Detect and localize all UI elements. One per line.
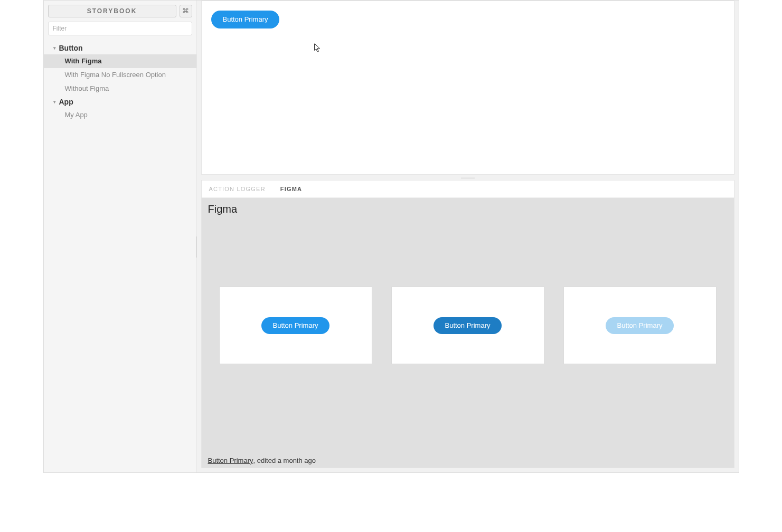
tab-figma[interactable]: FIGMA (273, 180, 309, 197)
variant-button-disabled: Button Primary (606, 317, 674, 334)
tree-item-with-figma-no-fullscreen[interactable]: With Figma No Fullscreen Option (44, 68, 196, 82)
chevron-down-icon: ▾ (53, 99, 56, 104)
tree-group-label: Button (59, 44, 83, 52)
tree-group-label: App (59, 98, 73, 106)
filter-input[interactable] (48, 22, 192, 35)
addon-panel: ACTION LOGGER FIGMA Figma Button Primary… (201, 180, 734, 468)
sidebar: STORYBOOK ⌘ ▾ Button With Figma With Fig… (44, 1, 197, 472)
tree-item-without-figma[interactable]: Without Figma (44, 82, 196, 96)
figma-canvas[interactable]: Button Primary Button Primary Button Pri… (202, 198, 734, 453)
preview-panel: Button Primary (201, 1, 734, 175)
variant-card-hover[interactable]: Button Primary (392, 287, 544, 364)
main: Button Primary ACTION LOGGER FIGMA Figma… (197, 1, 739, 472)
figma-footer: Button Primary , edited a month ago (202, 453, 734, 468)
tree-group-app[interactable]: ▾ App (44, 96, 196, 108)
addon-tabs: ACTION LOGGER FIGMA (202, 180, 734, 198)
grip-icon (461, 177, 475, 178)
story-tree: ▾ Button With Figma With Figma No Fullsc… (44, 40, 196, 124)
variant-card-disabled[interactable]: Button Primary (564, 287, 716, 364)
tree-group-button[interactable]: ▾ Button (44, 42, 196, 54)
chevron-down-icon: ▾ (53, 45, 56, 51)
preview-inner: Button Primary (202, 1, 734, 38)
tab-action-logger[interactable]: ACTION LOGGER (202, 180, 273, 197)
variant-button-hover: Button Primary (434, 317, 502, 334)
horizontal-resize-handle[interactable] (201, 175, 734, 180)
tree-item-with-figma[interactable]: With Figma (44, 54, 196, 68)
variant-card-default[interactable]: Button Primary (220, 287, 372, 364)
sidebar-header: STORYBOOK ⌘ (44, 1, 196, 17)
preview-primary-button[interactable]: Button Primary (211, 11, 280, 28)
variant-button-default: Button Primary (261, 317, 330, 334)
shortcuts-button[interactable]: ⌘ (180, 5, 192, 17)
brand-button[interactable]: STORYBOOK (48, 5, 176, 17)
tree-item-my-app[interactable]: My App (44, 108, 196, 122)
cursor-icon (314, 43, 321, 53)
filter-wrap (44, 17, 196, 40)
figma-body: Figma Button Primary Button Primary Butt… (202, 198, 734, 468)
figma-footer-suffix: , edited a month ago (253, 457, 316, 464)
figma-footer-link[interactable]: Button Primary (208, 457, 253, 464)
